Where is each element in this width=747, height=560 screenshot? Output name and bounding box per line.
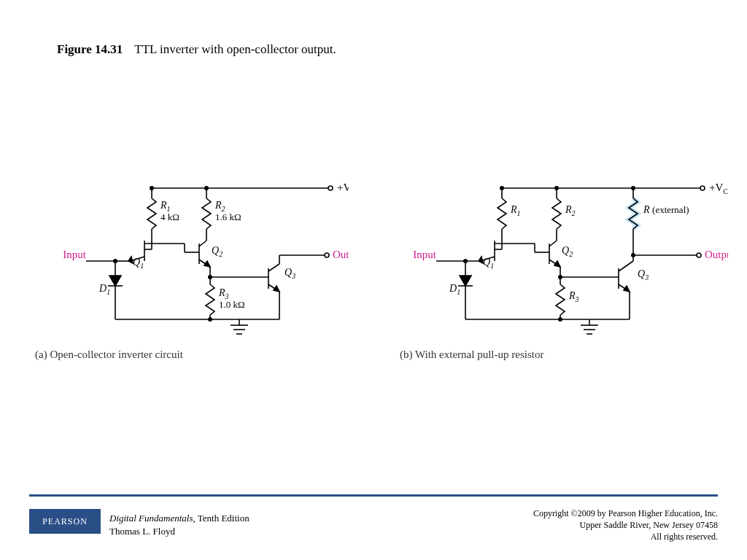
svg-text:R (external): R (external) (643, 204, 689, 215)
svg-point-1 (328, 186, 333, 190)
svg-text:+VCC: +VCC (709, 182, 728, 195)
svg-text:Q1: Q1 (133, 257, 144, 270)
svg-point-66 (555, 187, 558, 190)
circuit-b-svg: +VCC Input Output R1 R2 R (external) R3 … (400, 168, 728, 343)
svg-text:+VCC: +VCC (337, 182, 349, 195)
circuit-a-caption: (a) Open-collector inverter circuit (35, 349, 183, 361)
circuit-diagrams: +VCC Input Output R1 4 kΩ R2 1.6 kΩ R3 1… (35, 168, 713, 365)
book-edition: , Tenth Edition (193, 513, 249, 524)
svg-text:R3: R3 (568, 290, 579, 303)
circuit-b-caption: (b) With external pull-up resistor (400, 349, 543, 361)
svg-text:1.6 kΩ: 1.6 kΩ (215, 211, 241, 222)
svg-point-7 (205, 187, 208, 190)
svg-text:Output: Output (333, 249, 349, 260)
svg-line-95 (619, 261, 633, 271)
svg-text:R2: R2 (565, 204, 576, 217)
svg-text:1.0 kΩ: 1.0 kΩ (219, 299, 245, 310)
svg-marker-26 (204, 261, 210, 267)
svg-line-86 (549, 241, 557, 246)
svg-text:R1: R1 (510, 204, 521, 217)
circuit-a-svg: +VCC Input Output R1 4 kΩ R2 1.6 kΩ R3 1… (35, 168, 349, 343)
svg-point-100 (697, 253, 701, 257)
svg-text:Q1: Q1 (483, 257, 494, 270)
figure-title: TTL inverter with open-collector output. (134, 42, 336, 56)
figure-label: Figure 14.31 (57, 42, 123, 56)
svg-text:Q2: Q2 (562, 245, 573, 258)
page: Figure 14.31 TTL inverter with open-coll… (0, 0, 747, 560)
svg-marker-88 (554, 261, 560, 267)
svg-text:Input: Input (413, 249, 436, 260)
svg-text:Q3: Q3 (285, 267, 295, 280)
svg-text:Output: Output (705, 249, 728, 260)
svg-point-38 (325, 253, 329, 257)
svg-point-103 (559, 318, 562, 321)
copyright-line-2: Upper Saddle River, New Jersey 07458 (533, 519, 718, 531)
figure-caption: Figure 14.31 TTL inverter with open-coll… (57, 42, 336, 57)
svg-line-24 (199, 241, 206, 246)
svg-text:Q3: Q3 (638, 268, 649, 281)
svg-text:4 kΩ: 4 kΩ (160, 211, 179, 222)
svg-text:Q2: Q2 (212, 245, 222, 258)
svg-marker-81 (460, 276, 471, 286)
footer-divider (29, 494, 718, 497)
svg-point-4 (150, 187, 153, 190)
book-info: Digital Fundamentals, Tenth Edition Thom… (109, 512, 249, 537)
svg-text:D1: D1 (98, 283, 110, 296)
pearson-logo: PEARSON (29, 509, 101, 534)
footer: PEARSON Digital Fundamentals, Tenth Edit… (29, 503, 718, 547)
svg-point-63 (500, 187, 503, 190)
copyright-line-1: Copyright ©2009 by Pearson Higher Educat… (533, 508, 718, 519)
book-author: Thomas L. Floyd (109, 526, 175, 537)
svg-text:Input: Input (63, 249, 86, 260)
svg-point-41 (209, 318, 212, 321)
svg-point-69 (632, 187, 635, 190)
copyright-line-3: All rights reserved. (533, 531, 718, 542)
svg-marker-97 (624, 286, 630, 292)
circuit-b: +VCC Input Output R1 R2 R (external) R3 … (400, 168, 713, 346)
svg-text:D1: D1 (449, 283, 460, 296)
svg-marker-35 (274, 286, 279, 292)
circuit-a: +VCC Input Output R1 4 kΩ R2 1.6 kΩ R3 1… (35, 168, 349, 346)
svg-point-60 (700, 186, 705, 190)
copyright-block: Copyright ©2009 by Pearson Higher Educat… (533, 508, 718, 543)
svg-marker-19 (109, 276, 121, 286)
book-title: Digital Fundamentals (109, 513, 193, 524)
svg-line-33 (268, 264, 279, 271)
